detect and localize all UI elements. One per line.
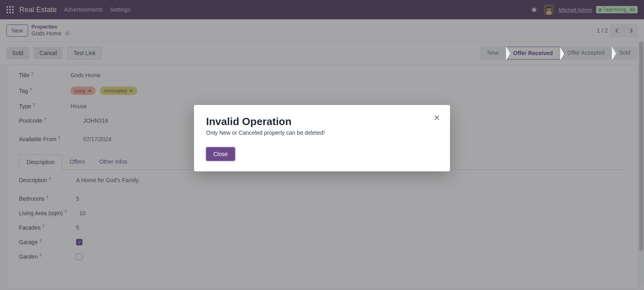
modal-overlay: ✕ Invalid Operation Only New or Canceled… <box>0 0 644 290</box>
modal-title: Invalid Operation <box>206 115 438 128</box>
modal-message: Only New or Canceled property can be del… <box>206 130 438 136</box>
modal-close-icon[interactable]: ✕ <box>433 113 440 123</box>
modal-close-button[interactable]: Close <box>206 147 235 161</box>
modal-dialog: ✕ Invalid Operation Only New or Canceled… <box>194 105 450 171</box>
